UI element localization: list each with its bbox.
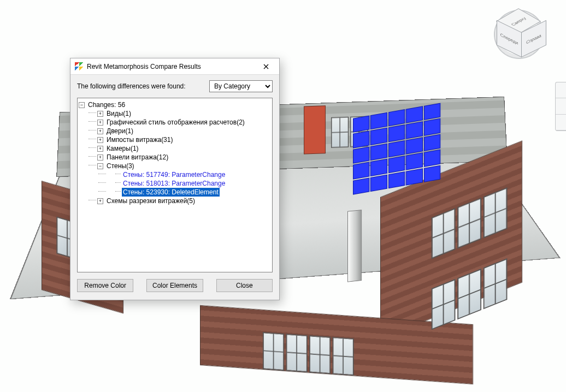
tree-item-label: Виды(1) [105, 109, 132, 118]
collapse-icon[interactable]: − [79, 102, 85, 108]
highlighted-curtain-wall[interactable] [353, 103, 440, 195]
tree-item-label: Панели витража(12) [105, 153, 169, 162]
intro-label: The following differences were found: [77, 82, 186, 90]
close-button[interactable]: Close [216, 279, 273, 292]
tree-item-selected[interactable]: Стены: 523930: DeletedElement [79, 188, 271, 197]
tree-item[interactable]: −Changes: 56 [79, 100, 271, 109]
tree-item[interactable]: +Виды(1) [79, 109, 271, 118]
collapse-icon[interactable]: − [97, 163, 103, 169]
group-by-select[interactable]: By CategoryBy LevelBy Type [209, 80, 273, 92]
tree-item-label: Стены: 517749: ParameterChange [122, 170, 226, 179]
changes-tree[interactable]: −Changes: 56+Виды(1)+Графический стиль о… [77, 98, 273, 272]
tree-item[interactable]: +Двери(1) [79, 127, 271, 135]
tree-item-label: Стены: 523930: DeletedElement [122, 188, 220, 197]
tree-item-label: Камеры(1) [105, 144, 140, 153]
expand-icon[interactable]: + [97, 128, 103, 134]
nav-bar-side[interactable] [555, 82, 566, 131]
tree-item-label: Импосты витража(31) [105, 135, 174, 144]
expand-icon[interactable]: + [97, 120, 103, 126]
column [347, 210, 362, 282]
close-icon[interactable] [254, 58, 278, 74]
expand-icon[interactable]: + [97, 146, 103, 152]
tree-item-label: Changes: 56 [87, 100, 126, 109]
tree-item[interactable]: Стены: 518013: ParameterChange [79, 179, 271, 188]
remove-color-button[interactable]: Remove Color [77, 279, 133, 292]
tree-item[interactable]: +Схемы разрезки витражей(5) [79, 197, 271, 205]
compare-results-dialog: Revit Metamorphosis Compare Results The … [70, 58, 280, 300]
tree-item[interactable]: +Импосты витража(31) [79, 135, 271, 144]
tree-item-label: Схемы разрезки витражей(5) [105, 197, 196, 205]
tree-spacer [107, 172, 113, 178]
tree-spacer [107, 189, 113, 195]
tree-item-label: Стены(3) [105, 162, 135, 170]
titlebar[interactable]: Revit Metamorphosis Compare Results [70, 58, 279, 75]
tree-item-label: Двери(1) [105, 127, 134, 135]
tree-item[interactable]: +Графический стиль отображения расчетов(… [79, 118, 271, 127]
app-icon [75, 62, 84, 71]
viewcube[interactable]: Сверху Спереди Справа [494, 10, 544, 59]
tree-item-label: Стены: 518013: ParameterChange [122, 179, 226, 188]
expand-icon[interactable]: + [97, 198, 103, 204]
dialog-title: Revit Metamorphosis Compare Results [87, 63, 254, 70]
expand-icon[interactable]: + [97, 137, 103, 143]
expand-icon[interactable]: + [97, 155, 103, 161]
tree-item[interactable]: +Панели витража(12) [79, 153, 271, 162]
tree-spacer [107, 181, 113, 187]
expand-icon[interactable]: + [97, 111, 103, 117]
color-elements-button[interactable]: Color Elements [146, 279, 203, 292]
tree-item[interactable]: +Камеры(1) [79, 144, 271, 153]
tree-item-label: Графический стиль отображения расчетов(2… [105, 118, 246, 127]
tree-item[interactable]: Стены: 517749: ParameterChange [79, 170, 271, 179]
tree-item[interactable]: −Стены(3) [79, 162, 271, 170]
